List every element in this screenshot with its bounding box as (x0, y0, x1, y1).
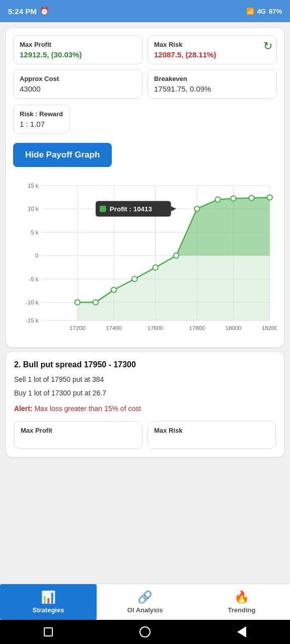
clock-icon: ⏰ (40, 7, 49, 16)
breakeven-box: Breakeven 17591.75, 0.09% (148, 69, 277, 99)
svg-text:18200: 18200 (262, 325, 277, 331)
approx-cost-label: Approx Cost (20, 75, 136, 83)
alert-text: Alert: Max loss greater than 15% of cost (14, 404, 276, 414)
hide-payoff-button[interactable]: Hide Payoff Graph (13, 143, 112, 167)
approx-cost-value: 43000 (20, 85, 136, 93)
svg-text:0: 0 (35, 253, 38, 259)
nav-item-strategies[interactable]: 📊 Strategies (0, 584, 97, 620)
svg-text:-10 k: -10 k (26, 299, 39, 305)
svg-point-35 (215, 197, 220, 202)
system-nav (0, 620, 290, 644)
battery-label: 87% (269, 8, 282, 15)
alert-label: Alert: (14, 405, 33, 413)
strategy-max-profit-box: Max Profit (14, 421, 142, 449)
status-time: 5:24 PM (8, 7, 37, 16)
svg-point-37 (249, 195, 254, 200)
bottom-nav: 📊 Strategies 🔗 OI Analysis 🔥 Trending (0, 584, 290, 620)
square-icon (44, 627, 53, 636)
strategy-stats-row: Max Profit Max Risk (14, 421, 276, 449)
stats-card: Max Profit 12912.5, (30.03%) Max Risk 12… (6, 28, 284, 347)
nav-item-trending[interactable]: 🔥 Trending (193, 584, 290, 620)
svg-point-38 (267, 195, 272, 200)
signal-label: 4G (257, 8, 266, 15)
network-icon: 📶 (246, 8, 254, 15)
system-square-button[interactable] (41, 625, 55, 639)
stats-row-1: Max Profit 12912.5, (30.03%) Max Risk 12… (13, 35, 277, 64)
strategies-icon: 📊 (41, 590, 56, 604)
nav-item-oi-analysis[interactable]: 🔗 OI Analysis (97, 584, 193, 620)
svg-text:17200: 17200 (69, 325, 86, 331)
svg-marker-42 (171, 206, 176, 211)
svg-text:15 k: 15 k (28, 183, 39, 189)
strategy-detail-2: Buy 1 lot of 17300 put at 26.7 (14, 388, 276, 398)
svg-point-34 (194, 206, 199, 211)
max-risk-box: Max Risk 12087.5, (28.11%) ↻ (148, 35, 277, 64)
svg-text:17800: 17800 (189, 325, 205, 331)
svg-point-30 (111, 287, 116, 292)
svg-text:17600: 17600 (148, 325, 164, 331)
payoff-chart: 15 k 10 k 5 k 0 -5 k -10 k -15 k 17200 1… (13, 175, 277, 336)
svg-point-31 (132, 276, 137, 281)
status-bar: 5:24 PM ⏰ 📶 4G 87% (0, 0, 290, 22)
svg-rect-40 (100, 206, 106, 212)
refresh-button[interactable]: ↻ (263, 40, 272, 53)
strategy-max-risk-box: Max Risk (148, 421, 276, 449)
risk-reward-value: 1 : 1.07 (20, 120, 63, 128)
max-profit-label: Max Profit (20, 41, 136, 48)
strategy-card: 2. Bull put spread 17950 - 17300 Sell 1 … (6, 352, 284, 457)
alert-message: Max loss greater than 15% of cost (34, 405, 141, 413)
system-home-button[interactable] (138, 625, 152, 639)
strategy-title: 2. Bull put spread 17950 - 17300 (14, 360, 276, 369)
svg-text:17400: 17400 (106, 325, 122, 331)
oi-analysis-icon: 🔗 (137, 590, 153, 604)
max-profit-box: Max Profit 12912.5, (30.03%) (13, 35, 142, 64)
strategies-label: Strategies (33, 606, 64, 614)
risk-reward-box: Risk : Reward 1 : 1.07 (13, 105, 69, 134)
back-icon (237, 626, 246, 637)
svg-point-33 (174, 253, 179, 258)
breakeven-label: Breakeven (154, 75, 270, 83)
strategy-max-profit-label: Max Profit (21, 427, 136, 434)
system-back-button[interactable] (235, 625, 249, 639)
approx-cost-box: Approx Cost 43000 (13, 69, 142, 99)
svg-point-32 (153, 265, 158, 270)
strategy-detail-1: Sell 1 lot of 17950 put at 384 (14, 374, 276, 385)
main-content: Max Profit 12912.5, (30.03%) Max Risk 12… (0, 22, 290, 584)
svg-text:-15 k: -15 k (26, 317, 39, 324)
svg-text:Profit : 10413: Profit : 10413 (110, 205, 152, 213)
risk-reward-label: Risk : Reward (20, 110, 63, 118)
svg-text:18000: 18000 (226, 325, 242, 331)
oi-analysis-label: OI Analysis (127, 606, 163, 614)
svg-text:-5 k: -5 k (29, 276, 38, 282)
trending-label: Trending (228, 606, 256, 614)
breakeven-value: 17591.75, 0.09% (154, 85, 270, 93)
max-risk-value: 12087.5, (28.11%) (154, 50, 270, 59)
trending-icon: 🔥 (234, 590, 249, 604)
stats-row-2: Approx Cost 43000 Breakeven 17591.75, 0.… (13, 69, 277, 99)
stats-row-3: Risk : Reward 1 : 1.07 (13, 104, 277, 134)
svg-text:5 k: 5 k (31, 229, 38, 235)
strategy-max-risk-label: Max Risk (154, 427, 269, 434)
svg-point-28 (75, 300, 80, 305)
max-profit-value: 12912.5, (30.03%) (20, 50, 136, 59)
chart-container: 15 k 10 k 5 k 0 -5 k -10 k -15 k 17200 1… (13, 173, 277, 340)
svg-marker-27 (176, 197, 270, 256)
svg-point-29 (93, 300, 98, 305)
svg-text:10 k: 10 k (28, 206, 39, 212)
svg-point-36 (231, 196, 236, 201)
circle-icon (139, 626, 151, 637)
max-risk-label: Max Risk (154, 41, 270, 48)
